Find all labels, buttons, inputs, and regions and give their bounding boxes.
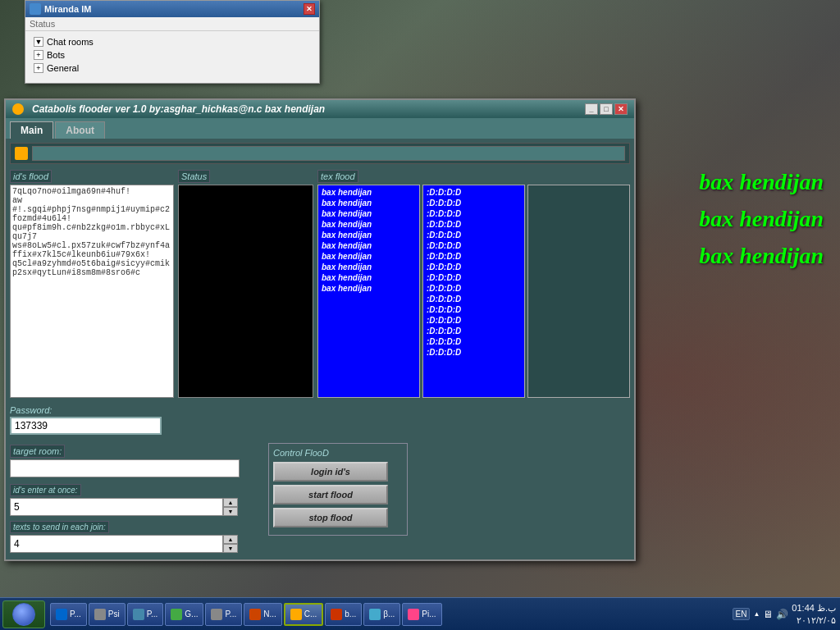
tex-col2-item: :D:D:D:D <box>425 230 523 240</box>
tree-expand-icon[interactable]: ▼ <box>34 37 43 47</box>
minimize-button[interactable]: _ <box>585 103 598 115</box>
tex-col-1: bax hendijanbax hendijanbax hendijanbax … <box>317 185 420 398</box>
taskbar-item-8[interactable]: β... <box>363 603 400 626</box>
status-display <box>178 185 313 398</box>
miranda-menu-status: Status <box>25 17 319 31</box>
stop-flood-button[interactable]: stop flood <box>273 508 388 527</box>
taskbar: P... Psi P... G... P... N... <box>0 597 840 630</box>
taskbar-item-0[interactable]: P... <box>50 603 87 626</box>
miranda-tree-bots[interactable]: + Bots <box>34 48 311 62</box>
taskbar-items: P... Psi P... G... P... N... <box>48 603 728 626</box>
taskbar-item-9[interactable]: Pi... <box>402 603 441 626</box>
green-text-overlay: bax hendijan bax hendijan bax hendijan <box>699 164 824 274</box>
taskbar-label-9: Pi... <box>422 609 436 619</box>
green-text-2: bax hendijan <box>699 201 824 238</box>
tex-col2-item: :D:D:D:D <box>425 272 523 283</box>
ids-enter-down[interactable]: ▼ <box>223 507 238 516</box>
miranda-content: ▼ Chat rooms + Bots + General <box>25 31 319 83</box>
tree-expand-bots-icon[interactable]: + <box>34 50 43 60</box>
miranda-titlebar: Miranda IM ✕ <box>25 1 319 17</box>
tex-col1-item: bax hendijan <box>320 283 418 294</box>
login-ids-button[interactable]: login id's <box>273 462 388 482</box>
taskbar-icon-2 <box>133 609 144 620</box>
start-orb-icon <box>12 603 35 626</box>
texts-send-up[interactable]: ▲ <box>223 535 238 544</box>
texts-send-section: texts to send in each join: ▲ ▼ <box>10 518 264 553</box>
tex-col1-item: bax hendijan <box>320 240 418 251</box>
tex-col2-item: :D:D:D:D <box>425 187 523 198</box>
miranda-tree-chat-rooms[interactable]: ▼ Chat rooms <box>34 35 311 48</box>
texts-send-down[interactable]: ▼ <box>223 544 238 553</box>
ids-enter-section: id's enter at once: ▲ ▼ <box>10 482 264 516</box>
target-room-input[interactable] <box>10 459 240 477</box>
texts-send-input[interactable] <box>10 535 223 553</box>
bottom-row: target room: id's enter at once: ▲ ▼ <box>10 443 630 555</box>
tex-col1-item: bax hendijan <box>320 272 418 283</box>
miranda-chat-rooms-label: Chat rooms <box>47 37 94 47</box>
tex-col2-item: :D:D:D:D <box>425 262 523 272</box>
maximize-button[interactable]: □ <box>600 103 613 115</box>
password-input[interactable] <box>10 417 162 435</box>
ids-textarea[interactable] <box>10 185 174 398</box>
tab-about[interactable]: About <box>55 121 105 139</box>
tex-col-2: :D:D:D:D:D:D:D:D:D:D:D:D:D:D:D:D:D:D:D:D… <box>422 185 525 398</box>
target-room-label: target room: <box>10 445 65 458</box>
top-toolbar <box>10 143 630 164</box>
miranda-title: Miranda IM <box>44 4 91 14</box>
taskbar-label-2: P... <box>147 609 158 619</box>
tree-expand-general-icon[interactable]: + <box>34 63 43 73</box>
tex-col2-item: :D:D:D:D <box>425 326 523 336</box>
taskbar-icon-4 <box>211 609 222 620</box>
target-room-section: target room: <box>10 443 264 477</box>
control-flood-label: Control FlooD <box>273 448 403 458</box>
ids-enter-spinner: ▲ ▼ <box>223 498 238 516</box>
miranda-tree-general[interactable]: + General <box>34 62 311 75</box>
tex-col2-item: :D:D:D:D <box>425 283 523 294</box>
top-bar-input[interactable] <box>32 146 625 161</box>
taskbar-item-2[interactable]: P... <box>127 603 164 626</box>
taskbar-item-6[interactable]: C... <box>284 603 324 626</box>
tex-col2-item: :D:D:D:D <box>425 251 523 262</box>
tab-bar: Main About <box>6 118 634 139</box>
tex-col-3 <box>527 185 630 398</box>
main-three-column: id's flood Password: Status tex flood <box>10 168 630 439</box>
miranda-close-button[interactable]: ✕ <box>304 3 315 15</box>
tex-col1-item: bax hendijan <box>320 251 418 262</box>
tex-col2-item: :D:D:D:D <box>425 208 523 219</box>
tab-main[interactable]: Main <box>10 121 53 139</box>
taskbar-item-4[interactable]: P... <box>205 603 242 626</box>
tray-clock: 01:44 ب.ظ ۲۰۱۲/۲/۰۵ <box>792 602 836 626</box>
flooder-title: Catabolis flooder ver 1.0 by:asghar_hich… <box>32 103 325 115</box>
miranda-bots-label: Bots <box>47 50 65 60</box>
ids-enter-input[interactable] <box>10 498 223 516</box>
tex-col1-item: bax hendijan <box>320 198 418 208</box>
close-button[interactable]: ✕ <box>614 103 628 115</box>
tex-col1-item: bax hendijan <box>320 262 418 272</box>
taskbar-label-4: P... <box>225 609 236 619</box>
start-flood-button[interactable]: start flood <box>273 485 388 504</box>
tray-volume-icon: 🔊 <box>776 609 788 620</box>
tex-col2-item: :D:D:D:D <box>425 240 523 251</box>
miranda-general-label: General <box>47 63 79 73</box>
miranda-window: Miranda IM ✕ Status ▼ Chat rooms + Bots … <box>25 0 320 84</box>
tex-col2-item: :D:D:D:D <box>425 315 523 326</box>
texts-send-label: texts to send in each join: <box>10 521 109 533</box>
tex-col2-item: :D:D:D:D <box>425 219 523 230</box>
left-controls: target room: id's enter at once: ▲ ▼ <box>10 443 264 555</box>
tex-col2-item: :D:D:D:D <box>425 336 523 347</box>
taskbar-icon-9 <box>408 609 419 620</box>
ids-enter-up[interactable]: ▲ <box>223 498 238 507</box>
texts-send-row: ▲ ▼ <box>10 535 264 553</box>
flooder-window: Catabolis flooder ver 1.0 by:asghar_hich… <box>4 98 636 561</box>
toolbar-icon <box>15 147 28 160</box>
tex-col1-item: bax hendijan <box>320 208 418 219</box>
taskbar-item-1[interactable]: Psi <box>89 603 126 626</box>
taskbar-item-3[interactable]: G... <box>165 603 203 626</box>
taskbar-item-7[interactable]: b... <box>325 603 362 626</box>
language-indicator[interactable]: EN <box>733 608 751 620</box>
taskbar-label-1: Psi <box>108 609 120 619</box>
password-label: Password: <box>10 405 174 415</box>
green-text-3: bax hendijan <box>699 238 824 275</box>
taskbar-item-5[interactable]: N... <box>244 603 282 626</box>
start-button[interactable] <box>2 600 45 628</box>
